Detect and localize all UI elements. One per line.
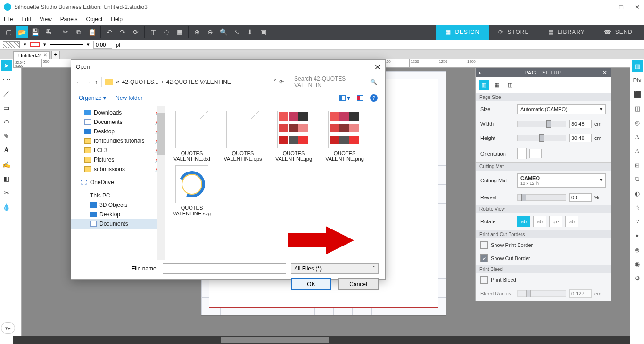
help-icon[interactable]: ? — [370, 94, 378, 102]
reveal-value[interactable]: 0.0 — [569, 193, 592, 202]
copy-button[interactable]: ⧉ — [73, 26, 85, 38]
sidebar-item-downloads[interactable]: Downloads📌 — [71, 108, 165, 117]
sketch-panel-button[interactable]: ⊗ — [632, 244, 643, 255]
color-tray-button[interactable]: ▾▸ — [1, 322, 15, 334]
stipple-panel-button[interactable]: ∵ — [632, 216, 643, 227]
sidebar-item-documents[interactable]: Documents📌 — [71, 117, 165, 127]
menu-help[interactable]: Help — [111, 16, 123, 23]
freehand-tool[interactable]: ✎ — [1, 131, 12, 141]
stroke-swatch[interactable] — [30, 42, 40, 47]
reveal-slider[interactable] — [517, 194, 566, 201]
close-window-button[interactable]: ✕ — [635, 3, 640, 11]
cutting-mat-selector[interactable]: CAMEO 12 x 12 in ▾ — [517, 173, 606, 188]
page-setup-tab-grid[interactable]: ▦ — [492, 80, 502, 90]
text-style-panel-button[interactable]: A — [632, 145, 643, 156]
text-tool[interactable]: A — [1, 145, 12, 156]
file-item[interactable]: QUOTES VALENTINE.svg — [168, 165, 215, 216]
menu-edit[interactable]: Edit — [21, 16, 31, 23]
width-value[interactable]: 30.48 — [569, 120, 592, 128]
cancel-button[interactable]: Cancel — [338, 278, 379, 290]
rotate-0[interactable]: ab — [517, 216, 530, 227]
zoom-tool-button[interactable]: ⤡ — [231, 26, 243, 38]
maximize-button[interactable]: □ — [619, 3, 623, 11]
sidebar-scroll-thumb[interactable] — [157, 113, 165, 155]
sidebar-item-submissions[interactable]: submissions📌 — [71, 164, 165, 174]
page-setup-tab-reg[interactable]: ◫ — [505, 80, 515, 90]
chevron-down-icon[interactable]: ▾ — [24, 41, 26, 48]
nav-up-icon[interactable]: ↑ — [95, 79, 98, 85]
sidebar-item-lci-3[interactable]: LCI 3📌 — [71, 146, 165, 155]
print-border-checkbox[interactable] — [480, 241, 488, 249]
modify-panel-button[interactable]: ◐ — [632, 188, 643, 199]
new-file-button[interactable]: ▢ — [2, 26, 15, 38]
zoom-in-button[interactable]: ⊕ — [191, 26, 203, 38]
fill-swatch[interactable] — [3, 41, 20, 48]
redo-button[interactable]: ↷ — [116, 26, 129, 38]
file-item[interactable]: QUOTES VALENTINE.png — [321, 111, 368, 162]
print-bleed-checkbox[interactable] — [480, 276, 488, 284]
file-item[interactable]: QUOTES VALENTINE.eps — [219, 111, 266, 162]
print-button[interactable]: 🖶 — [42, 26, 54, 38]
document-tab[interactable]: Untitled-2 ✕ — [13, 51, 50, 59]
chevron-down-icon[interactable]: ▾ — [87, 41, 90, 48]
fit-window-button[interactable]: ▣ — [257, 26, 269, 38]
stroke-weight-input[interactable]: 0.00 — [93, 41, 112, 49]
size-selector[interactable]: Automatic (CAMEO)▾ — [517, 104, 606, 114]
mode-tab-library[interactable]: ▤LIBRARY — [539, 25, 594, 40]
deselect-button[interactable]: ◌ — [160, 26, 173, 38]
orientation-portrait[interactable] — [517, 148, 527, 159]
pixscan-panel-button[interactable]: Pix — [632, 74, 643, 86]
text-panel-button[interactable]: A — [632, 131, 643, 142]
refresh-icon[interactable]: ⟳ — [279, 79, 284, 85]
settings-panel-button[interactable]: ⚙ — [632, 272, 643, 284]
dialog-close-icon[interactable]: ✕ — [374, 63, 380, 72]
file-item[interactable]: QUOTES VALENTINE.jpg — [270, 111, 317, 162]
mode-tab-send[interactable]: ☎SEND — [594, 25, 642, 40]
ok-button[interactable]: OK — [291, 278, 331, 290]
minimize-button[interactable]: — — [602, 3, 608, 11]
line-tool[interactable]: ／ — [1, 89, 12, 99]
rhinestone-panel-button[interactable]: ✦ — [632, 230, 643, 241]
preview-pane-icon[interactable] — [357, 95, 363, 101]
draw-note-tool[interactable]: ✍ — [1, 159, 12, 170]
close-tab-icon[interactable]: ✕ — [43, 52, 47, 57]
open-file-button[interactable]: 📂 — [16, 26, 28, 38]
mode-tab-store[interactable]: ⟳STORE — [489, 25, 538, 40]
sidebar-item-desktop[interactable]: Desktop — [71, 210, 165, 219]
sidebar-item-fontbundles-tutorials[interactable]: fontbundles tutorials📌 — [71, 136, 165, 146]
eyedropper-tool[interactable]: 💧 — [1, 202, 12, 212]
arc-tool[interactable]: ◠ — [1, 117, 12, 127]
menu-file[interactable]: File — [4, 16, 13, 23]
replicate-panel-button[interactable]: ⧉ — [632, 173, 643, 185]
cut-border-checkbox[interactable]: ✓ — [480, 254, 488, 262]
new-tab-button[interactable]: + — [51, 51, 60, 59]
sidebar-group-this-pc[interactable]: This PC — [71, 191, 165, 200]
offset-panel-button[interactable]: ☆ — [632, 202, 643, 213]
file-item[interactable]: QUOTES VALENTINE.dxf — [168, 111, 215, 162]
nav-back-icon[interactable]: ← — [76, 79, 82, 85]
nav-forward-icon[interactable]: → — [85, 79, 91, 85]
height-value[interactable]: 30.48 — [569, 134, 592, 142]
menu-view[interactable]: View — [40, 16, 52, 23]
file-filter-dropdown[interactable]: All Files (*)˅ — [291, 263, 379, 274]
orientation-landscape[interactable] — [529, 149, 542, 158]
line-style-sample[interactable] — [50, 44, 83, 45]
select-tool[interactable]: ➤ — [1, 60, 12, 71]
fill-panel-button[interactable]: ⬛ — [632, 89, 643, 100]
filename-input[interactable] — [163, 263, 286, 274]
refresh-button[interactable]: ⟳ — [130, 26, 142, 38]
zoom-select-button[interactable]: 🔍 — [217, 26, 230, 38]
organize-dropdown[interactable]: Organize ▾ — [79, 95, 106, 101]
mode-tab-design[interactable]: ▦DESIGN — [436, 25, 489, 40]
horizontal-scrollbar[interactable] — [13, 336, 630, 344]
fit-page-button[interactable]: ⬇ — [244, 26, 256, 38]
width-slider[interactable] — [517, 121, 566, 127]
rotate-270[interactable]: ab — [565, 216, 578, 227]
new-folder-button[interactable]: New folder — [116, 95, 142, 101]
undo-button[interactable]: ↶ — [103, 26, 116, 38]
sidebar-item-3d-objects[interactable]: 3D Objects — [71, 200, 165, 210]
transform-panel-button[interactable]: ⊞ — [632, 159, 643, 171]
search-input[interactable]: Search 42-QUOTES VALENTINE 🔍 — [291, 74, 380, 90]
rotate-90[interactable]: ab — [533, 216, 546, 227]
page-setup-tab-page[interactable]: ▥ — [479, 80, 489, 90]
